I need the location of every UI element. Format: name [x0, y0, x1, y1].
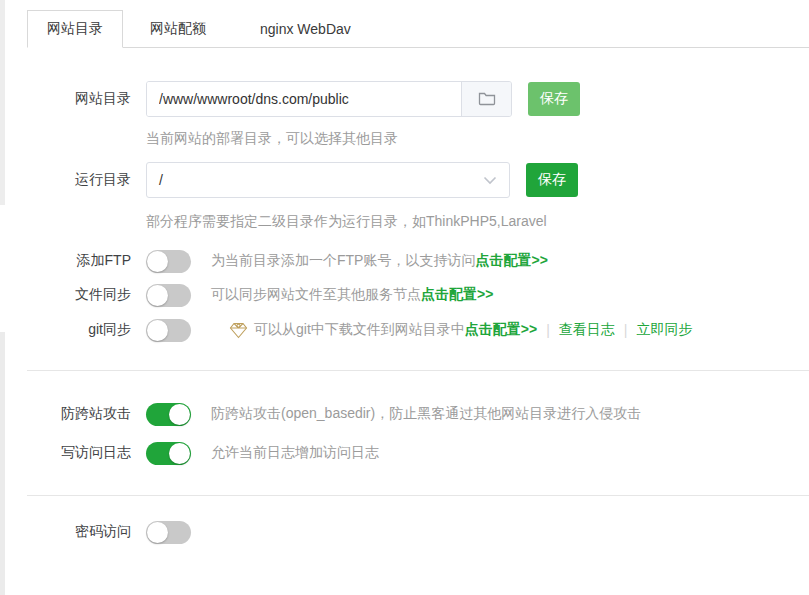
separator: | — [624, 322, 628, 338]
password-access-toggle[interactable] — [146, 521, 191, 544]
git-config-link[interactable]: 点击配置>> — [465, 321, 537, 339]
file-sync-row: 文件同步 可以同步网站文件至其他服务节点点击配置>> — [27, 282, 809, 308]
file-sync-toggle[interactable] — [146, 284, 191, 307]
git-sync-now-link[interactable]: 立即同步 — [636, 321, 692, 339]
run-directory-select[interactable]: / — [146, 162, 510, 198]
cross-site-protection-toggle[interactable] — [146, 403, 191, 426]
add-ftp-row: 添加FTP 为当前目录添加一个FTP账号，以支持访问点击配置>> — [27, 248, 809, 274]
tab-nginx-webdav[interactable]: nginx WebDav — [233, 10, 378, 47]
chevron-down-icon — [483, 172, 497, 188]
separator: | — [546, 322, 550, 338]
git-sync-description-text: 可以从git中下载文件到网站目录中 — [254, 321, 465, 339]
password-access-label: 密码访问 — [27, 523, 131, 541]
git-sync-description: 可以从git中下载文件到网站目录中点击配置>> | 查看日志 | 立即同步 — [211, 321, 692, 339]
toggle-knob — [169, 443, 190, 464]
toggle-knob — [147, 522, 168, 543]
tab-bar: 网站目录 网站配额 nginx WebDav — [27, 10, 809, 48]
file-sync-label: 文件同步 — [27, 286, 131, 304]
toggle-knob — [147, 251, 168, 272]
cross-site-protection-description-text: 防跨站攻击(open_basedir)，防止黑客通过其他网站目录进行入侵攻击 — [211, 405, 641, 423]
site-directory-label: 网站目录 — [27, 90, 131, 108]
file-sync-description-text: 可以同步网站文件至其他服务节点 — [211, 286, 421, 304]
git-sync-label: git同步 — [27, 321, 131, 339]
git-view-log-link[interactable]: 查看日志 — [559, 321, 615, 339]
toggle-knob — [147, 285, 168, 306]
site-directory-input[interactable] — [147, 82, 461, 116]
cross-site-protection-description: 防跨站攻击(open_basedir)，防止黑客通过其他网站目录进行入侵攻击 — [211, 405, 641, 423]
access-log-row: 写访问日志 允许当前日志增加访问日志 — [27, 440, 809, 466]
run-directory-row: 运行目录 / 保存 — [27, 162, 809, 198]
access-log-label: 写访问日志 — [27, 444, 131, 462]
toggle-knob — [147, 320, 168, 341]
browse-directory-button[interactable] — [461, 82, 511, 116]
run-directory-helper-text: 部分程序需要指定二级目录作为运行目录，如ThinkPHP5,Laravel — [146, 213, 809, 231]
file-sync-description: 可以同步网站文件至其他服务节点点击配置>> — [211, 286, 493, 304]
save-site-directory-button[interactable]: 保存 — [528, 82, 580, 116]
section-divider — [27, 495, 809, 496]
cross-site-protection-label: 防跨站攻击 — [27, 405, 131, 423]
access-log-toggle[interactable] — [146, 442, 191, 465]
tab-site-directory[interactable]: 网站目录 — [27, 10, 123, 48]
toggle-knob — [169, 404, 190, 425]
ftp-config-link[interactable]: 点击配置>> — [475, 252, 547, 270]
add-ftp-description-text: 为当前目录添加一个FTP账号，以支持访问 — [211, 252, 475, 270]
cross-site-protection-row: 防跨站攻击 防跨站攻击(open_basedir)，防止黑客通过其他网站目录进行… — [27, 401, 809, 427]
site-directory-row: 网站目录 保存 — [27, 81, 809, 117]
git-sync-toggle[interactable] — [146, 319, 191, 342]
file-sync-config-link[interactable]: 点击配置>> — [421, 286, 493, 304]
password-access-row: 密码访问 — [27, 519, 809, 545]
tab-site-quota[interactable]: 网站配额 — [123, 10, 233, 47]
access-log-description: 允许当前日志增加访问日志 — [211, 444, 379, 462]
git-sync-row: git同步 可以从git中下载文件到网站目录中点击配置>> | 查看日志 | 立… — [27, 317, 809, 343]
section-divider — [27, 370, 809, 371]
add-ftp-toggle[interactable] — [146, 250, 191, 273]
access-log-description-text: 允许当前日志增加访问日志 — [211, 444, 379, 462]
add-ftp-description: 为当前目录添加一个FTP账号，以支持访问点击配置>> — [211, 252, 548, 270]
folder-icon — [478, 90, 496, 109]
page-edge-strip — [0, 0, 5, 595]
site-directory-input-group — [146, 81, 512, 117]
run-directory-label: 运行目录 — [27, 171, 131, 189]
add-ftp-label: 添加FTP — [27, 252, 131, 270]
run-directory-value: / — [159, 172, 163, 188]
site-directory-helper-text: 当前网站的部署目录，可以选择其他目录 — [146, 130, 809, 148]
save-run-directory-button[interactable]: 保存 — [526, 163, 578, 197]
pro-gem-icon — [229, 322, 248, 339]
